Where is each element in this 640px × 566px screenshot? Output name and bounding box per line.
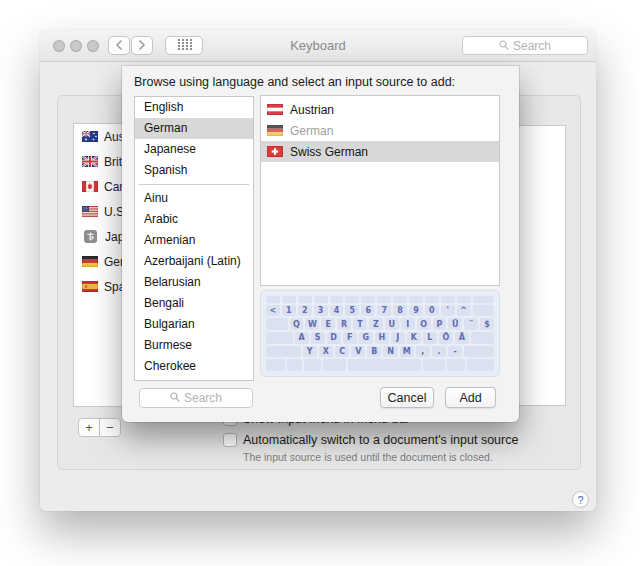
- keyboard-key-blank: [457, 296, 471, 303]
- minimize-window-button[interactable]: [70, 40, 82, 52]
- keyboard-key-,: ,: [416, 346, 430, 358]
- keyboard-preferences-window: Keyboard Search AustralianBritishCanadia…: [40, 30, 596, 511]
- keyboard-row: [266, 296, 494, 303]
- keyboard-key-T: T: [353, 318, 367, 330]
- help-button[interactable]: ?: [572, 491, 589, 508]
- language-list[interactable]: EnglishGermanJapaneseSpanishAinuArabicAr…: [134, 96, 254, 381]
- language-item[interactable]: Burmese: [135, 335, 253, 356]
- add-input-source-button[interactable]: +: [78, 418, 100, 437]
- flag-australian-icon: [82, 131, 98, 142]
- search-icon: [170, 391, 180, 405]
- zoom-window-button[interactable]: [87, 40, 99, 52]
- keyboard-key-blank: [467, 359, 494, 371]
- language-item[interactable]: Ainu: [135, 188, 253, 209]
- language-item[interactable]: Armenian: [135, 230, 253, 251]
- keyboard-key-Y: Y: [303, 346, 317, 358]
- keyboard-key-K: K: [407, 332, 421, 344]
- keyboard-key-blank: [473, 296, 495, 303]
- keyboard-key-X: X: [319, 346, 333, 358]
- show-all-button[interactable]: [165, 36, 203, 55]
- keyboard-key-blank: [266, 332, 293, 344]
- keyboard-key-F: F: [343, 332, 357, 344]
- language-item[interactable]: Azerbaijani (Latin): [135, 251, 253, 272]
- language-item[interactable]: German: [135, 118, 253, 139]
- keyboard-key-M: M: [400, 346, 414, 358]
- language-item[interactable]: Cherokee: [135, 356, 253, 377]
- keyboard-key-I: I: [401, 318, 415, 330]
- keyboard-key-R: R: [337, 318, 351, 330]
- sheet-input-source-item[interactable]: Austrian: [261, 99, 499, 120]
- keyboard-key-blank: [323, 359, 345, 371]
- remove-input-source-button[interactable]: −: [99, 418, 121, 437]
- keyboard-key-6: 6: [361, 305, 375, 317]
- keyboard-key-blank: [298, 296, 312, 303]
- keyboard-key-blank: [282, 296, 296, 303]
- keyboard-key-$: $: [480, 318, 494, 330]
- keyboard-key-H: H: [375, 332, 389, 344]
- cancel-button[interactable]: Cancel: [380, 387, 434, 408]
- keyboard-key-.: .: [432, 346, 446, 358]
- keyboard-key-P: P: [433, 318, 447, 330]
- input-source-list[interactable]: AustrianGermanSwiss German: [260, 95, 500, 286]
- keyboard-key-A: A: [295, 332, 309, 344]
- show-all-grid-icon: [177, 38, 192, 53]
- language-item[interactable]: Belarusian: [135, 272, 253, 293]
- language-item[interactable]: Bulgarian: [135, 314, 253, 335]
- keyboard-key-blank: [377, 296, 391, 303]
- flag-german-icon: [82, 256, 98, 267]
- keyboard-key-': ': [441, 305, 455, 317]
- keyboard-key-0: 0: [425, 305, 439, 317]
- keyboard-key-blank: [266, 318, 288, 330]
- checkbox-unchecked[interactable]: [223, 433, 237, 447]
- flag-austrian-icon: [267, 104, 283, 115]
- list-edit-controls: + −: [78, 418, 121, 437]
- language-item[interactable]: Japanese: [135, 139, 253, 160]
- forward-button[interactable]: [131, 36, 153, 55]
- keyboard-key--: -: [448, 346, 462, 358]
- keyboard-key-Ä: Ä: [455, 332, 469, 344]
- keyboard-key-blank: [345, 296, 359, 303]
- language-list-divider: [139, 184, 249, 185]
- keyboard-key-blank: [471, 332, 494, 344]
- keyboard-key-Q: Q: [290, 318, 304, 330]
- keyboard-key-U: U: [385, 318, 399, 330]
- keyboard-row: YXCVBNM,.-: [266, 346, 494, 358]
- flag-us-icon: [82, 206, 98, 217]
- keyboard-key-1: 1: [282, 305, 296, 317]
- keyboard-key-Z: Z: [369, 318, 383, 330]
- keyboard-key-blank: [464, 346, 494, 358]
- keyboard-key-L: L: [423, 332, 437, 344]
- keyboard-key-blank: [314, 296, 328, 303]
- keyboard-key-C: C: [335, 346, 349, 358]
- keyboard-layout-preview: <1234567890'^QWERTZUIOPÜ¨$ASDFGHJKLÖÄYXC…: [260, 290, 500, 377]
- keyboard-key-W: W: [305, 318, 319, 330]
- language-item[interactable]: English: [135, 97, 253, 118]
- keyboard-key-¨: ¨: [464, 318, 478, 330]
- keyboard-key-^: ^: [457, 305, 471, 317]
- keyboard-key-E: E: [321, 318, 335, 330]
- back-chevron-icon: [115, 38, 123, 53]
- close-window-button[interactable]: [53, 40, 65, 52]
- keyboard-key-4: 4: [330, 305, 344, 317]
- keyboard-key-S: S: [311, 332, 325, 344]
- keyboard-key-blank: [441, 296, 455, 303]
- language-item[interactable]: Bengali: [135, 293, 253, 314]
- sheet-input-source-item[interactable]: German: [261, 120, 499, 141]
- keyboard-key-Ö: Ö: [439, 332, 453, 344]
- sheet-search-input[interactable]: Search: [139, 388, 253, 408]
- back-button[interactable]: [108, 36, 130, 55]
- auto-switch-checkbox-row[interactable]: Automatically switch to a document's inp…: [223, 433, 518, 447]
- language-item[interactable]: Arabic: [135, 209, 253, 230]
- keyboard-key-D: D: [327, 332, 341, 344]
- search-icon: [499, 39, 509, 53]
- add-input-source-sheet: Browse using language and select an inpu…: [122, 66, 519, 422]
- keyboard-key-J: J: [391, 332, 405, 344]
- titlebar[interactable]: Keyboard Search: [40, 30, 596, 62]
- language-item[interactable]: Spanish: [135, 160, 253, 181]
- add-button[interactable]: Add: [445, 387, 496, 408]
- keyboard-row: [266, 359, 494, 371]
- sheet-title: Browse using language and select an inpu…: [134, 75, 455, 89]
- sheet-input-source-item[interactable]: Swiss German: [261, 141, 499, 162]
- flag-canadian-icon: [82, 181, 98, 192]
- toolbar-search-input[interactable]: Search: [462, 36, 588, 55]
